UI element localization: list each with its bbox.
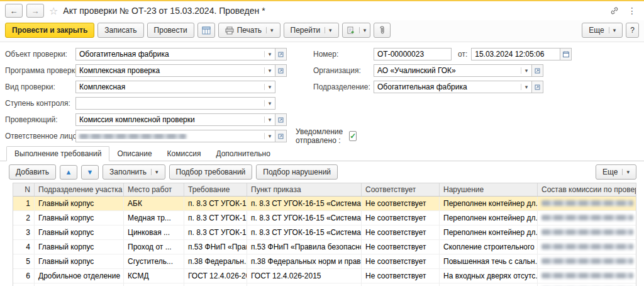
- cell-committee-redacted[interactable]: [538, 226, 636, 239]
- department-open-button[interactable]: [532, 81, 543, 93]
- program-input[interactable]: Комплексная проверка ▾: [75, 64, 275, 77]
- cell-place[interactable]: Медная тр...: [124, 211, 184, 225]
- get-link-icon[interactable]: [608, 4, 621, 17]
- cell-requirement[interactable]: п. 8.3 СТ УГОК-1...: [184, 211, 247, 225]
- cell-n[interactable]: 6: [13, 269, 35, 283]
- favorite-star-icon[interactable]: ☆: [49, 5, 58, 17]
- number-input[interactable]: ОТ-00000023: [374, 48, 452, 60]
- print-button[interactable]: Печать ▾: [218, 23, 280, 38]
- cell-compliance[interactable]: Не соответствует: [362, 197, 440, 210]
- cell-order[interactable]: п.53 ФНиП «Правила безопасно...: [247, 240, 362, 254]
- tab-additional[interactable]: Дополнительно: [208, 147, 277, 161]
- cell-compliance[interactable]: Не соответствует: [362, 226, 440, 239]
- pick-requirements-button[interactable]: Подбор требований: [169, 164, 253, 180]
- cell-committee-redacted[interactable]: [538, 255, 636, 268]
- cell-place[interactable]: АБК: [124, 197, 184, 210]
- cell-order[interactable]: ГОСТ 12.4.026-2015: [247, 269, 362, 283]
- post-and-close-button[interactable]: Провести и закрыть: [5, 23, 94, 38]
- responsible-input[interactable]: ▾: [75, 130, 275, 142]
- combo-arrow-icon[interactable]: ▾: [264, 133, 275, 139]
- cell-violation[interactable]: Переполнен контейнер дл...: [440, 211, 538, 225]
- cell-order[interactable]: п.38 Федеральных норм и прави...: [247, 255, 362, 268]
- cell-order[interactable]: п. 8.3 СТ УГОК-16-15 «Система ...: [247, 226, 362, 239]
- date-input[interactable]: 15.03.2024 12:05:06: [471, 48, 560, 60]
- attachments-button[interactable]: [374, 23, 391, 38]
- cell-n[interactable]: 3: [13, 226, 35, 239]
- fill-button[interactable]: Заполнить ▾: [103, 164, 165, 180]
- cell-division[interactable]: Главный корпус: [35, 255, 124, 268]
- program-open-button[interactable]: [275, 64, 287, 77]
- cell-requirement[interactable]: п. 8.3 СТ УГОК-1...: [184, 226, 247, 239]
- cell-compliance[interactable]: Не соответствует: [362, 255, 440, 268]
- table-row[interactable]: 3Главный корпусЦинковая ...п. 8.3 СТ УГО…: [13, 226, 636, 240]
- more-button[interactable]: Еще ▾: [582, 23, 623, 38]
- combo-arrow-icon[interactable]: ▾: [264, 84, 275, 90]
- combo-arrow-icon[interactable]: ▾: [264, 100, 275, 106]
- cell-committee-redacted[interactable]: [538, 240, 636, 254]
- object-input[interactable]: Обогатительная фабрика ▾: [75, 48, 275, 60]
- cell-place[interactable]: Цинковая ...: [124, 226, 184, 239]
- document-movements-icon-button[interactable]: [197, 23, 215, 38]
- cell-compliance[interactable]: Не соответствует: [362, 211, 440, 225]
- combo-arrow-icon[interactable]: ▾: [521, 84, 531, 90]
- cell-place[interactable]: Проход от ...: [124, 240, 184, 254]
- move-up-icon[interactable]: ▲: [60, 165, 77, 180]
- column-header[interactable]: Подразделение участка: [35, 183, 124, 196]
- cell-requirement[interactable]: п. 8.3 СТ УГОК-1...: [184, 197, 247, 210]
- organization-input[interactable]: АО «Учалинский ГОК» ▾: [374, 64, 532, 77]
- cell-division[interactable]: Главный корпус: [35, 240, 124, 254]
- help-button[interactable]: ?: [626, 23, 639, 38]
- cell-committee-redacted[interactable]: [538, 197, 636, 210]
- inspector-input[interactable]: Комиссия комплексной проверки ▾: [75, 113, 275, 126]
- cell-place[interactable]: папапт: [124, 283, 184, 286]
- department-input[interactable]: Обогатительная фабрика ▾: [374, 81, 532, 93]
- pick-violations-button[interactable]: Подбор нарушений: [256, 164, 338, 180]
- cell-n[interactable]: 1: [13, 197, 35, 210]
- cell-committee-redacted[interactable]: [538, 283, 636, 286]
- navigate-button[interactable]: Перейти ▾: [284, 23, 339, 38]
- table-row[interactable]: 6Дробильное отделениеКСМДГОСТ 12.4.026-2…: [13, 269, 636, 283]
- combo-arrow-icon[interactable]: ▾: [264, 67, 275, 74]
- object-open-button[interactable]: [275, 48, 287, 60]
- kebab-menu-icon[interactable]: ⋮: [625, 4, 639, 17]
- column-header[interactable]: Соответствует: [362, 183, 440, 196]
- forward-icon[interactable]: →: [26, 4, 44, 18]
- column-header[interactable]: N: [13, 183, 35, 196]
- cell-order[interactable]: п. 8.3 СТ УГОК-16-15 «Система ...: [247, 197, 362, 210]
- cell-order[interactable]: п.53 ФНиП «Правила безопасно...: [247, 283, 362, 286]
- chevron-down-icon[interactable]: ▾: [359, 27, 367, 33]
- cell-n[interactable]: 4: [13, 240, 35, 254]
- table-more-button[interactable]: Еще ▾: [596, 164, 636, 180]
- chevron-down-icon[interactable]: ▾: [622, 169, 630, 175]
- cell-committee-redacted[interactable]: [538, 211, 636, 225]
- move-down-icon[interactable]: ▼: [81, 165, 99, 180]
- column-header[interactable]: Состав комиссии по проверке: [538, 183, 636, 196]
- combo-arrow-icon[interactable]: ▾: [264, 51, 275, 57]
- cell-n[interactable]: 5: [13, 255, 35, 268]
- table-row[interactable]: 7Отделение приготовл...папаптп.53 ФНиП «…: [13, 283, 636, 286]
- cell-violation[interactable]: Повышенная течь с сальн...: [440, 255, 538, 268]
- cell-requirement[interactable]: п.53 ФНиП «Прав...: [184, 283, 247, 286]
- cell-division[interactable]: Главный корпус: [35, 211, 124, 225]
- cell-violation[interactable]: На входных дверях отсутс...: [440, 269, 538, 283]
- write-button[interactable]: Записать: [97, 23, 143, 38]
- cell-division[interactable]: Главный корпус: [35, 197, 124, 210]
- stage-input[interactable]: ▾: [75, 97, 275, 110]
- table-row[interactable]: 1Главный корпусАБКп. 8.3 СТ УГОК-1...п. …: [13, 197, 636, 211]
- tab-description[interactable]: Описание: [109, 147, 159, 161]
- chevron-down-icon[interactable]: ▾: [609, 27, 616, 33]
- cell-division[interactable]: Главный корпус: [35, 226, 124, 239]
- cell-division[interactable]: Отделение приготовл...: [35, 283, 124, 286]
- responsible-open-button[interactable]: [275, 130, 287, 142]
- kind-input[interactable]: Комплексная ▾: [75, 81, 275, 93]
- cell-requirement[interactable]: п.53 ФНиП «Прав...: [184, 240, 247, 254]
- cell-requirement[interactable]: ГОСТ 12.4.026-20...: [184, 269, 247, 283]
- cell-compliance[interactable]: Не соответствует: [362, 240, 440, 254]
- tab-requirements[interactable]: Выполнение требований: [6, 146, 109, 161]
- cell-violation[interactable]: Скопление строительного ...: [440, 283, 538, 286]
- cell-requirement[interactable]: п.38 Федеральн...: [184, 255, 247, 268]
- calendar-icon-button[interactable]: [560, 48, 572, 60]
- column-header[interactable]: Требование: [184, 183, 247, 196]
- column-header[interactable]: Нарушение: [440, 183, 538, 196]
- chevron-down-icon[interactable]: ▾: [325, 27, 332, 33]
